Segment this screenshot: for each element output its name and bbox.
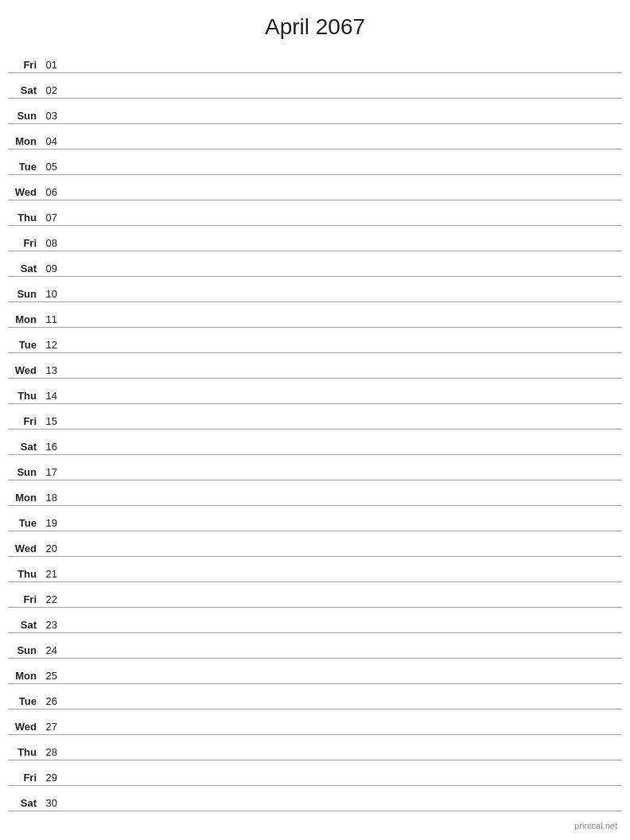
day-number: 03 (41, 110, 64, 122)
day-line (64, 706, 622, 707)
table-row: Wed13 (8, 353, 622, 379)
day-line (64, 248, 622, 249)
day-name: Sat (8, 441, 41, 453)
day-line (64, 681, 622, 682)
day-name: Tue (8, 161, 41, 173)
day-line (64, 299, 622, 300)
day-name: Thu (8, 746, 41, 758)
day-line (64, 554, 622, 554)
day-number: 16 (41, 441, 64, 453)
table-row: Sun03 (8, 99, 622, 124)
table-row: Tue26 (8, 684, 622, 710)
day-name: Fri (8, 59, 41, 71)
day-name: Fri (8, 593, 41, 605)
day-line (64, 375, 622, 376)
table-row: Mon25 (8, 659, 622, 684)
table-row: Fri15 (8, 404, 622, 430)
table-row: Thu21 (8, 557, 622, 582)
table-row: Thu07 (8, 200, 622, 226)
table-row: Tue19 (8, 506, 622, 531)
day-line (64, 172, 622, 173)
day-name: Sat (8, 262, 41, 274)
table-row: Sat16 (8, 430, 622, 455)
day-number: 11 (41, 313, 64, 325)
day-line (64, 121, 622, 122)
day-name: Thu (8, 390, 41, 402)
day-number: 18 (41, 492, 64, 504)
table-row: Mon11 (8, 302, 622, 328)
day-line (64, 223, 622, 224)
day-name: Fri (8, 415, 41, 427)
day-number: 20 (41, 542, 64, 554)
day-name: Wed (8, 542, 41, 554)
day-name: Sun (8, 110, 41, 122)
day-line (64, 95, 622, 96)
day-line (64, 808, 622, 809)
page-title: April 2067 (0, 0, 630, 48)
day-name: Sat (8, 797, 41, 809)
day-number: 09 (41, 262, 64, 274)
day-line (64, 274, 622, 274)
day-name: Sun (8, 466, 41, 478)
day-line (64, 401, 622, 402)
day-number: 21 (41, 568, 64, 580)
table-row: Sun10 (8, 277, 622, 302)
day-number: 10 (41, 288, 64, 300)
day-name: Tue (8, 695, 41, 707)
day-number: 24 (41, 644, 64, 656)
day-name: Thu (8, 568, 41, 580)
table-row: Sat30 (8, 786, 622, 811)
table-row: Fri01 (8, 48, 622, 73)
day-line (64, 630, 622, 631)
day-number: 12 (41, 339, 64, 351)
day-number: 25 (41, 670, 64, 682)
day-line (64, 655, 622, 656)
footer-text: printcal.net (574, 821, 617, 830)
day-number: 06 (41, 186, 64, 198)
day-number: 08 (41, 237, 64, 249)
day-number: 19 (41, 517, 64, 529)
table-row: Sat23 (8, 608, 622, 633)
day-name: Mon (8, 492, 41, 504)
day-number: 29 (41, 772, 64, 784)
day-number: 30 (41, 797, 64, 809)
table-row: Wed06 (8, 175, 622, 200)
table-row: Mon04 (8, 124, 622, 150)
table-row: Wed20 (8, 531, 622, 557)
day-number: 15 (41, 415, 64, 427)
table-row: Mon18 (8, 480, 622, 506)
day-name: Wed (8, 721, 41, 733)
table-row: Tue12 (8, 328, 622, 353)
day-name: Sat (8, 84, 41, 96)
calendar-grid: Fri01Sat02Sun03Mon04Tue05Wed06Thu07Fri08… (0, 48, 630, 811)
day-name: Tue (8, 517, 41, 529)
day-line (64, 426, 622, 427)
day-line (64, 503, 622, 504)
table-row: Fri22 (8, 582, 622, 608)
day-number: 04 (41, 135, 64, 147)
day-name: Wed (8, 364, 41, 376)
day-number: 22 (41, 593, 64, 605)
day-number: 02 (41, 84, 64, 96)
table-row: Sat09 (8, 251, 622, 277)
table-row: Thu14 (8, 379, 622, 404)
day-name: Mon (8, 313, 41, 325)
table-row: Sat02 (8, 73, 622, 99)
day-name: Tue (8, 339, 41, 351)
day-line (64, 350, 622, 351)
day-line (64, 783, 622, 784)
day-number: 28 (41, 746, 64, 758)
day-number: 07 (41, 212, 64, 224)
day-number: 01 (41, 59, 64, 71)
day-name: Sat (8, 619, 41, 631)
day-name: Thu (8, 212, 41, 224)
day-line (64, 197, 622, 198)
day-name: Mon (8, 670, 41, 682)
day-number: 17 (41, 466, 64, 478)
day-line (64, 757, 622, 758)
day-line (64, 70, 622, 71)
table-row: Wed27 (8, 710, 622, 735)
day-number: 14 (41, 390, 64, 402)
day-number: 13 (41, 364, 64, 376)
day-name: Fri (8, 772, 41, 784)
